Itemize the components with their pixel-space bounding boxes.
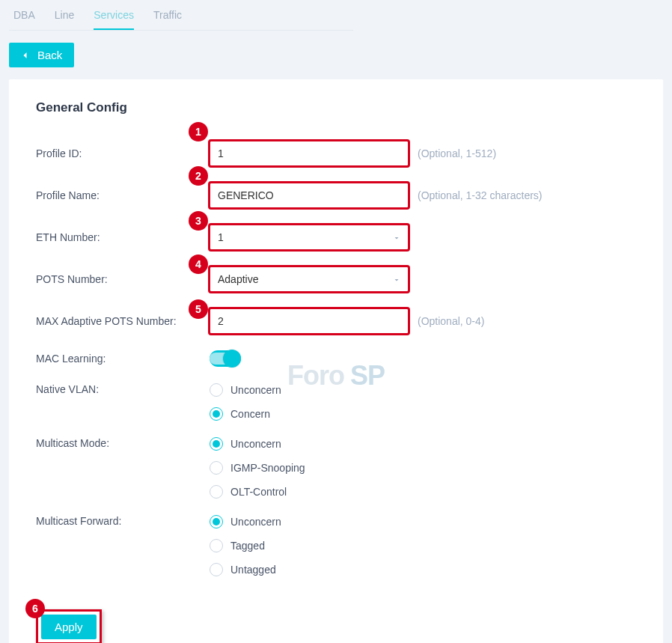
step-marker-4: 4 — [189, 255, 208, 274]
row-multicast-mode: Multicast Mode: Unconcern IGMP-Snooping … — [36, 437, 636, 499]
eth-number-select[interactable]: 1 — [210, 225, 409, 250]
apply-button[interactable]: Apply — [41, 615, 97, 639]
radio-label: Tagged — [230, 540, 265, 552]
apply-highlight: Apply — [36, 609, 102, 643]
row-profile-name: Profile Name: 2 (Optional, 1-32 characte… — [36, 183, 636, 208]
toggle-knob — [223, 350, 241, 368]
radio-dot — [213, 518, 220, 525]
radio-label: Concern — [230, 408, 270, 420]
row-multicast-forward: Multicast Forward: Unconcern Tagged Unta… — [36, 515, 636, 576]
native-vlan-group: Unconcern Concern — [210, 383, 281, 421]
general-config-card: ForoSP General Config Profile ID: 1 (Opt… — [9, 79, 663, 643]
multicast-mode-unconcern[interactable]: Unconcern — [210, 437, 305, 451]
multicast-mode-olt[interactable]: OLT-Control — [210, 485, 305, 499]
radio-circle — [210, 383, 223, 397]
radio-label: Unconcern — [230, 438, 281, 450]
native-vlan-unconcern[interactable]: Unconcern — [210, 383, 281, 397]
radio-circle — [210, 407, 223, 421]
hint-profile-name: (Optional, 1-32 characters) — [418, 189, 543, 201]
label-mac-learning: MAC Learning: — [36, 353, 210, 365]
multicast-forward-tagged[interactable]: Tagged — [210, 539, 281, 552]
step-marker-2: 2 — [189, 166, 208, 186]
radio-circle — [210, 485, 223, 499]
pots-number-select[interactable]: Adaptive — [210, 266, 409, 292]
radio-circle — [210, 437, 223, 451]
row-pots-number: POTS Number: 4 Adaptive — [36, 266, 636, 292]
radio-dot — [213, 410, 220, 418]
radio-label: OLT-Control — [230, 486, 287, 498]
label-multicast-forward: Multicast Forward: — [36, 515, 210, 527]
back-button[interactable]: Back — [9, 43, 74, 67]
label-profile-id: Profile ID: — [36, 147, 210, 159]
row-profile-id: Profile ID: 1 (Optional, 1-512) — [36, 141, 636, 166]
label-native-vlan: Native VLAN: — [36, 383, 210, 395]
hint-profile-id: (Optional, 1-512) — [418, 147, 496, 159]
tab-services[interactable]: Services — [94, 9, 134, 30]
tab-dba[interactable]: DBA — [13, 9, 35, 30]
step-marker-1: 1 — [189, 122, 208, 141]
multicast-forward-untagged[interactable]: Untagged — [210, 563, 281, 576]
radio-label: IGMP-Snooping — [230, 462, 305, 474]
multicast-mode-igmp[interactable]: IGMP-Snooping — [210, 461, 305, 475]
native-vlan-concern[interactable]: Concern — [210, 407, 281, 421]
label-eth-number: ETH Number: — [36, 231, 210, 243]
radio-label: Unconcern — [230, 516, 281, 528]
max-adaptive-pots-input[interactable] — [210, 308, 409, 334]
multicast-forward-unconcern[interactable]: Unconcern — [210, 515, 281, 528]
hint-max-adaptive-pots: (Optional, 0-4) — [418, 315, 484, 327]
profile-id-input[interactable] — [210, 141, 409, 166]
mac-learning-toggle[interactable] — [210, 350, 241, 367]
radio-label: Unconcern — [230, 384, 281, 396]
row-mac-learning: MAC Learning: — [36, 350, 636, 367]
radio-circle — [210, 563, 223, 576]
row-eth-number: ETH Number: 3 1 — [36, 225, 636, 250]
page-title: General Config — [36, 100, 636, 115]
tab-line[interactable]: Line — [55, 9, 74, 30]
back-label: Back — [37, 49, 62, 61]
radio-dot — [213, 440, 220, 448]
step-marker-3: 3 — [189, 211, 208, 231]
radio-label: Untagged — [230, 564, 276, 576]
label-profile-name: Profile Name: — [36, 189, 210, 201]
profile-name-input[interactable] — [210, 183, 409, 208]
multicast-forward-group: Unconcern Tagged Untagged — [210, 515, 281, 576]
row-max-adaptive-pots: MAX Adaptive POTS Number: 5 (Optional, 0… — [36, 308, 636, 334]
radio-circle — [210, 461, 223, 475]
multicast-mode-group: Unconcern IGMP-Snooping OLT-Control — [210, 437, 305, 499]
step-marker-5: 5 — [189, 299, 208, 319]
apply-wrap: 6 Apply — [36, 609, 102, 643]
config-tabs: DBA Line Services Traffic — [9, 0, 353, 31]
radio-circle — [210, 515, 223, 528]
label-pots-number: POTS Number: — [36, 273, 210, 285]
step-marker-6: 6 — [25, 599, 45, 618]
back-arrow-icon — [21, 51, 30, 60]
radio-circle — [210, 539, 223, 552]
label-max-adaptive-pots: MAX Adaptive POTS Number: — [36, 315, 210, 327]
row-native-vlan: Native VLAN: Unconcern Concern — [36, 383, 636, 421]
tab-traffic[interactable]: Traffic — [153, 9, 182, 30]
label-multicast-mode: Multicast Mode: — [36, 437, 210, 449]
